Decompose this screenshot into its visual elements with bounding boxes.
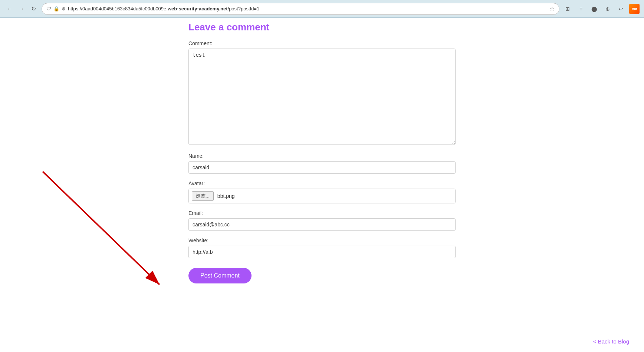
file-name: bbt.png bbox=[217, 193, 235, 199]
lock-icon: 🔒 bbox=[53, 6, 59, 11]
website-group: Website: bbox=[188, 238, 456, 258]
back-button[interactable]: ← bbox=[4, 4, 15, 14]
nav-buttons: ← → ↻ bbox=[4, 4, 39, 14]
profile-icon[interactable]: ⬤ bbox=[589, 4, 599, 14]
avatar-label: Avatar: bbox=[188, 180, 456, 186]
browse-button[interactable]: 浏览... bbox=[192, 191, 214, 201]
name-input[interactable] bbox=[188, 161, 456, 174]
star-icon[interactable]: ☆ bbox=[549, 5, 555, 12]
forward-button[interactable]: → bbox=[16, 4, 27, 14]
address-bar[interactable]: 🛡 🔒 ⊛ https://0aad004d045b163c834da5fc00… bbox=[42, 3, 559, 15]
email-label: Email: bbox=[188, 210, 456, 216]
back-to-blog-link[interactable]: < Back to Blog bbox=[593, 338, 629, 345]
file-input-wrapper: 浏览... bbt.png bbox=[188, 189, 456, 203]
rss-icon: ⊛ bbox=[62, 6, 66, 11]
comment-group: Comment: test bbox=[188, 40, 456, 146]
website-label: Website: bbox=[188, 238, 456, 243]
form-container: Leave a comment Comment: test Name: Avat… bbox=[181, 18, 463, 295]
reader-icon[interactable]: ≡ bbox=[576, 4, 586, 14]
browser-right-icons: ⊞ ≡ ⬤ ⊕ ↩ Bur bbox=[562, 4, 640, 14]
browser-chrome: ← → ↻ 🛡 🔒 ⊛ https://0aad004d045b163c834d… bbox=[0, 0, 644, 18]
post-comment-button[interactable]: Post Comment bbox=[188, 268, 252, 283]
reload-button[interactable]: ↻ bbox=[28, 4, 39, 14]
shield-icon: 🛡 bbox=[46, 6, 51, 11]
name-label: Name: bbox=[188, 153, 456, 159]
undo-icon[interactable]: ↩ bbox=[616, 4, 626, 14]
page-content: Leave a comment Comment: test Name: Avat… bbox=[0, 18, 644, 352]
burp-suite-icon[interactable]: Bur bbox=[629, 4, 640, 14]
email-group: Email: bbox=[188, 210, 456, 231]
comment-label: Comment: bbox=[188, 40, 456, 46]
section-title: Leave a comment bbox=[188, 18, 456, 33]
extension-icon[interactable]: ⊕ bbox=[602, 4, 613, 14]
website-input[interactable] bbox=[188, 246, 456, 258]
email-input[interactable] bbox=[188, 218, 456, 231]
qr-icon[interactable]: ⊞ bbox=[562, 4, 573, 14]
name-group: Name: bbox=[188, 153, 456, 174]
url-text: https://0aad004d045b163c834da5fc00db009e… bbox=[68, 6, 547, 11]
svg-line-1 bbox=[43, 172, 160, 285]
avatar-group: Avatar: 浏览... bbt.png bbox=[188, 180, 456, 203]
comment-textarea[interactable]: test bbox=[188, 49, 456, 145]
